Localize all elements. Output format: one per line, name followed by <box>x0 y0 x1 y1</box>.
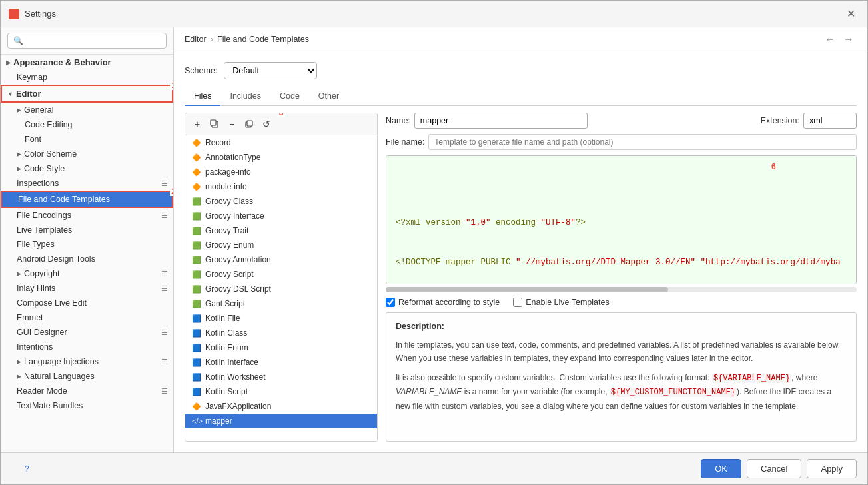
sidebar-item-textmate-bundles[interactable]: TextMate Bundles <box>1 398 173 413</box>
sidebar-label: Inspections <box>17 179 59 188</box>
tab-code[interactable]: Code <box>270 87 309 106</box>
sidebar-item-inlay-hints[interactable]: Inlay Hints ☰ <box>1 281 173 296</box>
chevron-right-icon: ▶ <box>17 165 21 172</box>
sidebar-item-compose-live-edit[interactable]: Compose Live Edit <box>1 296 173 310</box>
list-item[interactable]: 🟩 Groovy Interface <box>185 209 377 223</box>
sidebar-item-file-types[interactable]: File Types <box>1 237 173 252</box>
scheme-select[interactable]: Default <box>224 62 317 79</box>
sidebar-item-code-editing[interactable]: Code Editing <box>1 117 173 132</box>
list-item[interactable]: 🟩 Groovy Trait <box>185 223 377 238</box>
name-field-group: Name: <box>386 113 588 129</box>
file-icon: 🟩 <box>192 256 201 264</box>
template-area: 3 + − <box>185 113 857 442</box>
tab-includes[interactable]: Includes <box>220 87 270 106</box>
sidebar-item-code-style[interactable]: ▶ Code Style <box>1 161 173 176</box>
sidebar-label: Live Templates <box>17 225 72 235</box>
extension-input[interactable] <box>803 113 857 129</box>
list-item[interactable]: 🟦 Kotlin File <box>185 311 377 326</box>
filename-row: File name: <box>386 134 857 150</box>
list-item-mapper[interactable]: </> mapper <box>185 414 377 428</box>
breadcrumb-part2: File and Code Templates <box>217 35 309 44</box>
sidebar-label: File Types <box>17 240 55 249</box>
list-item[interactable]: 🟩 Groovy Annotation <box>185 252 377 267</box>
apply-button[interactable]: Apply <box>807 459 857 478</box>
remove-button[interactable]: − <box>224 116 240 132</box>
duplicate-button[interactable] <box>241 116 257 132</box>
ok-button[interactable]: OK <box>701 459 741 478</box>
sidebar-item-color-scheme[interactable]: ▶ Color Scheme <box>1 147 173 161</box>
sidebar-item-font[interactable]: Font <box>1 132 173 147</box>
sidebar-item-inspections[interactable]: Inspections ☰ <box>1 176 173 191</box>
list-item[interactable]: 🔶 package-info <box>185 165 377 179</box>
annotation-6: 6 <box>771 161 776 174</box>
file-icon: 🟦 <box>192 344 201 352</box>
list-item[interactable]: 🟦 Kotlin Class <box>185 326 377 340</box>
sidebar-item-keymap[interactable]: Keymap <box>1 70 173 85</box>
search-input[interactable] <box>7 33 167 49</box>
list-item[interactable]: 🟦 Kotlin Script <box>185 384 377 399</box>
back-button[interactable]: ← <box>822 32 838 47</box>
sidebar-label: Editor <box>16 89 41 99</box>
name-input[interactable] <box>414 113 588 129</box>
sidebar-item-intentions[interactable]: Intentions <box>1 340 173 354</box>
reset-button[interactable]: ↺ <box>258 116 274 132</box>
reformat-checkbox[interactable] <box>386 298 395 307</box>
close-button[interactable]: ✕ <box>843 6 859 21</box>
list-item[interactable]: 🟩 Groovy DSL Script <box>185 282 377 296</box>
sidebar-label: TextMate Bundles <box>17 401 83 410</box>
list-item[interactable]: 🟩 Groovy Script <box>185 267 377 282</box>
list-item[interactable]: 🔶 Record <box>185 135 377 150</box>
tab-other[interactable]: Other <box>309 87 348 106</box>
sidebar-label: Color Scheme <box>24 149 77 159</box>
cancel-button[interactable]: Cancel <box>747 459 801 478</box>
sidebar-item-android-design-tools[interactable]: Android Design Tools <box>1 252 173 266</box>
tab-files[interactable]: Files <box>185 87 220 106</box>
list-item[interactable]: 🟦 Kotlin Enum <box>185 340 377 355</box>
main-content: Editor › File and Code Templates ← → Sch… <box>174 27 867 452</box>
sidebar-item-file-and-code-templates[interactable]: File and Code Templates 2 <box>1 191 173 208</box>
sidebar-item-gui-designer[interactable]: GUI Designer ☰ <box>1 325 173 340</box>
file-icon: 🔶 <box>192 153 201 162</box>
add-button[interactable]: + <box>189 116 205 132</box>
copy-button[interactable] <box>207 116 222 132</box>
live-templates-checkbox[interactable] <box>513 298 522 307</box>
sidebar-label: Keymap <box>17 73 47 82</box>
sidebar-label: General <box>24 105 53 115</box>
list-item[interactable]: 🟦 Kotlin Worksheet <box>185 370 377 384</box>
list-item[interactable]: 🟩 Groovy Enum <box>185 238 377 252</box>
help-button[interactable]: ? <box>11 460 43 478</box>
sidebar-label: File Encodings <box>17 211 71 220</box>
file-icon: 🟦 <box>192 388 201 396</box>
template-list-panel: 3 + − <box>185 113 378 442</box>
file-icon: 🟩 <box>192 285 201 294</box>
sidebar-label: Android Design Tools <box>17 254 95 264</box>
sidebar-item-live-templates[interactable]: Live Templates <box>1 223 173 237</box>
content-area: ▶ Appearance & Behavior Keymap ▼ Editor … <box>1 27 867 452</box>
forward-button[interactable]: → <box>841 32 857 47</box>
sidebar-item-file-encodings[interactable]: File Encodings ☰ <box>1 208 173 223</box>
code-editor[interactable]: 6 <?xml version="1.0" encoding="UTF-8"?>… <box>386 155 857 284</box>
sidebar-item-language-injections[interactable]: ▶ Language Injections ☰ <box>1 354 173 369</box>
bottom-bar: ? OK Cancel Apply <box>1 452 867 484</box>
sidebar-item-reader-mode[interactable]: Reader Mode ☰ <box>1 384 173 398</box>
list-item[interactable]: 🔶 module-info <box>185 179 377 194</box>
list-item[interactable]: 🟦 Kotlin Interface <box>185 355 377 370</box>
sidebar-item-editor[interactable]: ▼ Editor 1 <box>1 85 173 103</box>
list-item[interactable]: 🔶 JavaFXApplication <box>185 399 377 414</box>
sidebar-item-copyright[interactable]: ▶ Copyright ☰ <box>1 266 173 281</box>
sidebar-label: Font <box>25 135 41 144</box>
list-item[interactable]: 🔶 AnnotationType <box>185 150 377 165</box>
list-item[interactable]: 🟩 Gant Script <box>185 296 377 311</box>
sidebar-item-emmet[interactable]: Emmet <box>1 310 173 325</box>
sidebar-item-general[interactable]: ▶ General <box>1 103 173 117</box>
chevron-down-icon: ▼ <box>7 91 13 97</box>
file-icon: 🟩 <box>192 212 201 221</box>
list-item[interactable]: 🟩 Groovy Class <box>185 194 377 209</box>
sidebar-item-appearance-behavior[interactable]: ▶ Appearance & Behavior <box>1 55 173 70</box>
filename-input[interactable] <box>428 134 857 150</box>
badge-icon: ☰ <box>161 358 168 366</box>
file-icon: 🟦 <box>192 329 201 338</box>
svg-rect-0 <box>10 10 13 13</box>
app-icon <box>9 9 19 19</box>
sidebar-item-natural-languages[interactable]: ▶ Natural Languages <box>1 369 173 384</box>
